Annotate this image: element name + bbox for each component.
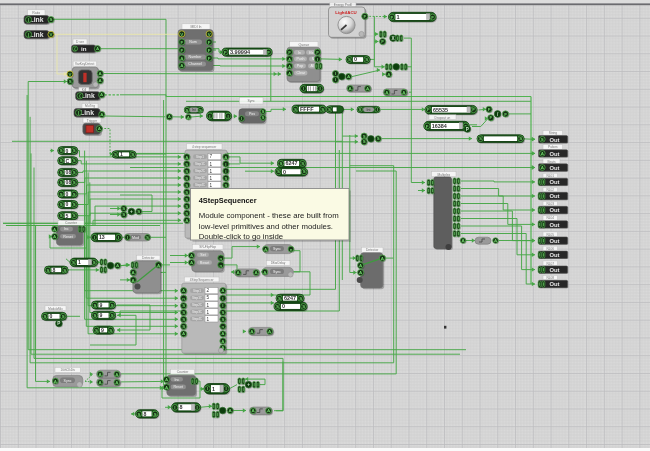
svg-text:Clear: Clear [297, 71, 306, 75]
svg-text:I: I [222, 303, 223, 308]
svg-text:S: S [109, 328, 112, 333]
svg-text:S: S [93, 303, 96, 308]
svg-text:Out: Out [550, 179, 560, 185]
svg-text:V: V [69, 72, 72, 77]
svg-text:8: 8 [179, 404, 182, 410]
svg-text:Pulses: Pulses [548, 145, 558, 149]
svg-text:F: F [472, 107, 475, 112]
svg-text:Push: Push [296, 57, 304, 61]
svg-text:0: 0 [282, 303, 285, 309]
svg-text:n: n [219, 263, 222, 268]
svg-text:Step1C: Step1C [195, 162, 206, 166]
svg-text:S: S [73, 180, 76, 185]
svg-text:Dropout un: Dropout un [435, 116, 451, 120]
svg-text:1: 1 [207, 303, 210, 308]
svg-text:S: S [377, 136, 380, 141]
svg-text:S: S [182, 317, 185, 322]
svg-text:in: in [81, 45, 87, 52]
svg-text:F: F [288, 50, 291, 55]
svg-text:NL01: NL01 [546, 174, 554, 178]
svg-text:F: F [208, 40, 211, 45]
svg-text:I: I [222, 296, 223, 301]
svg-text:S: S [519, 136, 522, 141]
svg-text:S: S [60, 192, 63, 197]
svg-text:S: S [72, 260, 75, 265]
svg-text:S: S [363, 134, 366, 139]
svg-text:Sync: Sync [247, 99, 255, 103]
svg-text:65535: 65535 [433, 107, 448, 113]
svg-text:0: 0 [66, 201, 69, 207]
svg-text:Step3C: Step3C [192, 310, 203, 314]
svg-text:I: I [227, 114, 228, 119]
svg-text:S: S [221, 317, 224, 322]
svg-text:Out: Out [550, 137, 560, 143]
svg-text:Counter: Counter [177, 370, 190, 374]
svg-text:C: C [66, 158, 70, 164]
svg-text:S: S [50, 17, 53, 22]
svg-text:I: I [225, 386, 226, 391]
svg-text:Out: Out [550, 165, 560, 171]
svg-text:NL02: NL02 [546, 188, 554, 192]
svg-text:S: S [224, 183, 227, 188]
svg-text:S: S [185, 162, 188, 167]
svg-text:Out: Out [550, 267, 560, 273]
svg-text:VarKeyDetect: VarKeyDetect [75, 62, 95, 66]
svg-text:F: F [208, 56, 211, 61]
svg-text:All: All [310, 64, 314, 68]
svg-text:S: S [221, 310, 224, 315]
svg-text:Step1C: Step1C [192, 296, 203, 300]
svg-text:S: S [73, 213, 76, 218]
svg-text:S: S [182, 303, 185, 308]
svg-text:S: S [146, 235, 149, 240]
svg-text:S: S [363, 139, 366, 144]
svg-text:13: 13 [99, 234, 105, 240]
svg-text:1BarDelay: 1BarDelay [271, 261, 286, 265]
svg-text:Counter: Counter [65, 221, 78, 225]
svg-text:I: I [174, 405, 175, 410]
svg-text:S: S [277, 169, 280, 174]
svg-text:String: String [549, 131, 558, 135]
svg-text:1: 1 [78, 259, 81, 265]
svg-text:S: S [62, 314, 65, 319]
svg-text:0: 0 [283, 169, 286, 175]
svg-text:S: S [111, 313, 114, 318]
svg-text:9: 9 [99, 302, 102, 308]
svg-text:Out: Out [550, 252, 560, 258]
svg-text:5: 5 [66, 213, 69, 219]
svg-text:1: 1 [210, 176, 213, 181]
svg-text:S: S [111, 303, 114, 308]
svg-text:7: 7 [210, 154, 213, 159]
svg-text:I: I [335, 71, 336, 76]
svg-text:Number: Number [189, 55, 203, 59]
svg-text:Set: Set [200, 253, 205, 257]
svg-text:Step2C: Step2C [195, 169, 206, 173]
svg-text:F: F [363, 14, 366, 19]
svg-text:Detector: Detector [366, 248, 379, 252]
svg-text:Out: Out [550, 193, 560, 199]
svg-text:S: S [294, 107, 297, 112]
svg-text:F: F [208, 48, 211, 53]
svg-text:NL04: NL04 [546, 216, 554, 220]
svg-text:Int: Int [192, 108, 196, 112]
svg-text:1: 1 [210, 162, 213, 167]
svg-text:0: 0 [354, 56, 357, 62]
svg-text:0: 0 [49, 313, 52, 319]
svg-text:S: S [541, 137, 544, 142]
svg-text:1: 1 [120, 151, 123, 157]
svg-text:2: 2 [207, 288, 210, 293]
svg-text:1: 1 [207, 317, 210, 322]
svg-text:1: 1 [210, 169, 213, 174]
svg-text:F: F [224, 50, 227, 55]
svg-text:Pop: Pop [297, 64, 303, 68]
svg-text:4 step sequencer: 4 step sequencer [192, 145, 217, 149]
svg-text:n: n [219, 256, 222, 261]
svg-text:08: 08 [66, 179, 72, 185]
svg-text:n: n [290, 247, 293, 252]
svg-text:MIDI In: MIDI In [191, 25, 202, 29]
svg-text:8: 8 [143, 411, 146, 417]
svg-text:I: I [127, 235, 128, 240]
svg-text:Reset: Reset [200, 261, 209, 265]
svg-text:Out: Out [550, 207, 560, 213]
svg-text:V: V [50, 32, 53, 37]
svg-text:Step4C: Step4C [192, 317, 203, 321]
